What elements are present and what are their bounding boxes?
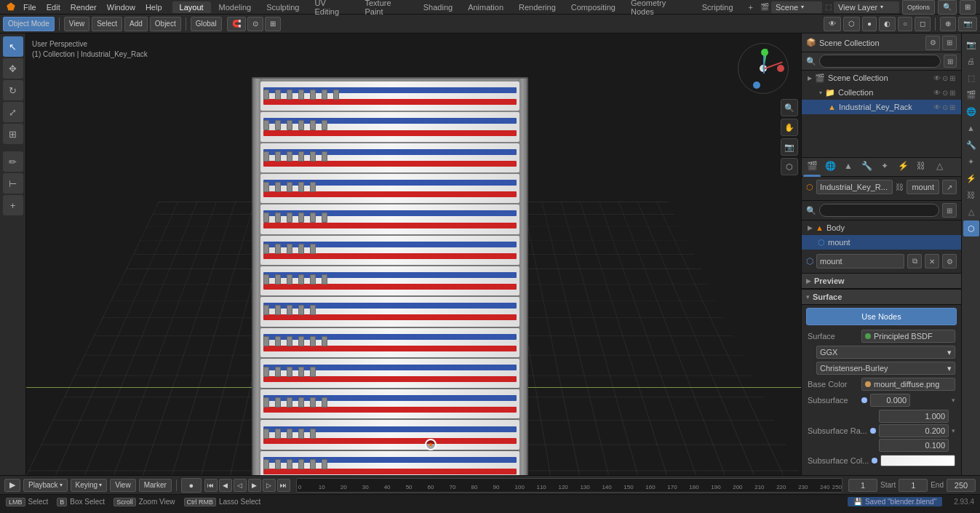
surface-value[interactable]: Principled BSDF: [861, 330, 955, 343]
industrial-key-rack[interactable]: [252, 77, 528, 475]
view-btn[interactable]: View: [110, 479, 136, 492]
coll-vis-icon[interactable]: 👁: [933, 89, 941, 97]
normal-map-value[interactable]: Christensen-Burley ▾: [816, 362, 955, 375]
gizmo-z-end[interactable]: [753, 81, 760, 89]
viewport-overlay-btn[interactable]: 👁: [824, 17, 841, 31]
radius-val-2[interactable]: 0.200: [879, 424, 949, 437]
view-layer-selector[interactable]: View Layer: [834, 1, 899, 13]
tab-layout[interactable]: Layout: [172, 1, 211, 13]
mat-copy-btn[interactable]: ⧉: [907, 254, 922, 269]
pis-physics[interactable]: ⚡: [963, 170, 979, 186]
tab-animation[interactable]: Animation: [461, 1, 511, 13]
tab-add-workspace[interactable]: +: [741, 1, 760, 13]
frame-start-input[interactable]: 1: [899, 479, 928, 492]
menu-edit[interactable]: Edit: [42, 1, 65, 13]
subsurface-value[interactable]: 0.000: [870, 394, 910, 407]
outliner-search-input[interactable]: [819, 55, 941, 68]
proportional-btn[interactable]: ⊙: [247, 17, 263, 31]
marker-btn[interactable]: Marker: [139, 479, 172, 492]
prop-icon-scene[interactable]: 🎬: [803, 158, 821, 174]
transform-tool[interactable]: ⊞: [3, 124, 23, 144]
outliner-key-rack[interactable]: ▲ Industrial_Key_Rack 👁 ⊙ ⊞: [802, 100, 961, 114]
pan-btn[interactable]: ✋: [781, 119, 798, 136]
mat-filter-btn[interactable]: ⊞: [942, 203, 957, 218]
add-menu[interactable]: Add: [124, 17, 148, 31]
object-mode-btn[interactable]: Object Mode: [3, 17, 55, 31]
object-name-display[interactable]: Industrial_Key_R...: [816, 180, 893, 194]
prop-icon-data[interactable]: △: [931, 158, 948, 174]
zoom-camera-btn[interactable]: 🔍: [781, 99, 798, 116]
obj-vis-icon[interactable]: 👁: [933, 103, 941, 111]
prop-icon-modifier[interactable]: 🔧: [858, 158, 875, 174]
tab-compositing[interactable]: Compositing: [564, 1, 623, 13]
cursor-tool[interactable]: ↖: [3, 36, 23, 57]
base-color-value[interactable]: mount_diffuse.png: [861, 378, 955, 391]
material-search-input[interactable]: [819, 204, 939, 217]
gizmo-x-end[interactable]: [777, 65, 784, 72]
xray-btn[interactable]: ⬡: [843, 17, 860, 31]
gizmo-y-end[interactable]: [761, 49, 768, 56]
pis-material[interactable]: ⬡: [963, 220, 979, 236]
mat-clear-btn[interactable]: ✕: [925, 254, 939, 269]
filter-btn[interactable]: ⊞: [960, 0, 976, 15]
camera-btn[interactable]: 📷: [781, 138, 798, 156]
pis-output[interactable]: 🖨: [963, 53, 979, 69]
play-btn[interactable]: ▶: [248, 479, 261, 492]
shading-solid[interactable]: ●: [862, 17, 877, 31]
playback-menu[interactable]: ▶: [4, 479, 20, 492]
filter-options-btn[interactable]: ⊞: [944, 55, 957, 68]
frame-display[interactable]: 1: [848, 479, 877, 492]
link-icon[interactable]: ⊞: [949, 74, 955, 82]
radius-val-1[interactable]: 1.000: [879, 410, 949, 423]
shading-material[interactable]: ◐: [879, 17, 896, 31]
current-frame[interactable]: ●: [181, 478, 202, 493]
prev-keyframe-btn[interactable]: ◀: [219, 479, 232, 492]
mount-tree-row[interactable]: ⬡ mount: [802, 235, 961, 250]
scale-tool[interactable]: ⤢: [3, 102, 23, 122]
snapping-btn[interactable]: 📷: [958, 17, 977, 31]
radius-val-3[interactable]: 0.100: [879, 439, 949, 452]
browse-material-btn[interactable]: ↗: [942, 180, 957, 194]
pis-scene[interactable]: 🎬: [963, 87, 979, 103]
obj-link-icon[interactable]: ⊞: [949, 103, 955, 111]
preview-section-header[interactable]: ▶ Preview: [802, 273, 961, 289]
pis-world[interactable]: 🌐: [963, 103, 979, 119]
tab-shading[interactable]: Shading: [416, 1, 460, 13]
snap-btn[interactable]: 🧲: [227, 17, 246, 31]
sel-icon[interactable]: ⊙: [942, 74, 948, 82]
menu-window[interactable]: Window: [103, 1, 140, 13]
outliner-scene-collection[interactable]: ▶ 🎬 Scene Collection 👁 ⊙ ⊞: [802, 71, 961, 85]
frame-end-input[interactable]: 250: [947, 479, 976, 492]
pis-object[interactable]: ▲: [963, 120, 979, 136]
menu-render[interactable]: Render: [66, 1, 101, 13]
pis-particles[interactable]: ✦: [963, 154, 979, 170]
viewport-3d[interactable]: User Perspective (1) Collection | Indust…: [26, 33, 801, 475]
distribution-value[interactable]: GGX ▾: [816, 346, 955, 359]
3d-cursor[interactable]: [425, 439, 437, 450]
prop-icon-constraints[interactable]: ⛓: [912, 158, 930, 174]
annotate-tool[interactable]: ✏: [3, 151, 23, 172]
mat-settings-btn[interactable]: ⚙: [942, 254, 957, 269]
move-tool[interactable]: ✥: [3, 58, 23, 79]
pis-render[interactable]: 📷: [963, 36, 979, 52]
material-link-name[interactable]: mount: [907, 180, 939, 194]
transform-pivot[interactable]: ⊕: [940, 17, 956, 31]
surface-section-header[interactable]: ▾ Surface: [802, 289, 961, 305]
keying-btn[interactable]: Keying: [71, 479, 108, 492]
pis-view-layer-prop[interactable]: ⬚: [963, 70, 979, 86]
prop-icon-object[interactable]: ▲: [840, 158, 857, 174]
reverse-play-btn[interactable]: ◁: [234, 479, 247, 492]
object-menu[interactable]: Object: [150, 17, 181, 31]
shading-wireframe[interactable]: ◻: [915, 17, 931, 31]
pis-constraints[interactable]: ⛓: [963, 187, 979, 203]
tab-scripting[interactable]: Scripting: [695, 1, 741, 13]
blender-logo[interactable]: ⬟: [3, 0, 17, 15]
outliner-filter-btn[interactable]: ⊞: [942, 36, 957, 50]
frame-ruler[interactable]: 0 10 20 30 40 50 60 70 80 90 100 110 120…: [296, 478, 842, 493]
measure-tool[interactable]: ⊢: [3, 173, 23, 194]
search-btn[interactable]: 🔍: [938, 0, 957, 15]
prop-icon-particles[interactable]: ✦: [876, 158, 893, 174]
next-keyframe-btn[interactable]: ▷: [263, 479, 276, 492]
transform-global[interactable]: Global: [191, 17, 222, 31]
outliner-collection[interactable]: ▾ 📁 Collection 👁 ⊙ ⊞: [802, 85, 961, 100]
